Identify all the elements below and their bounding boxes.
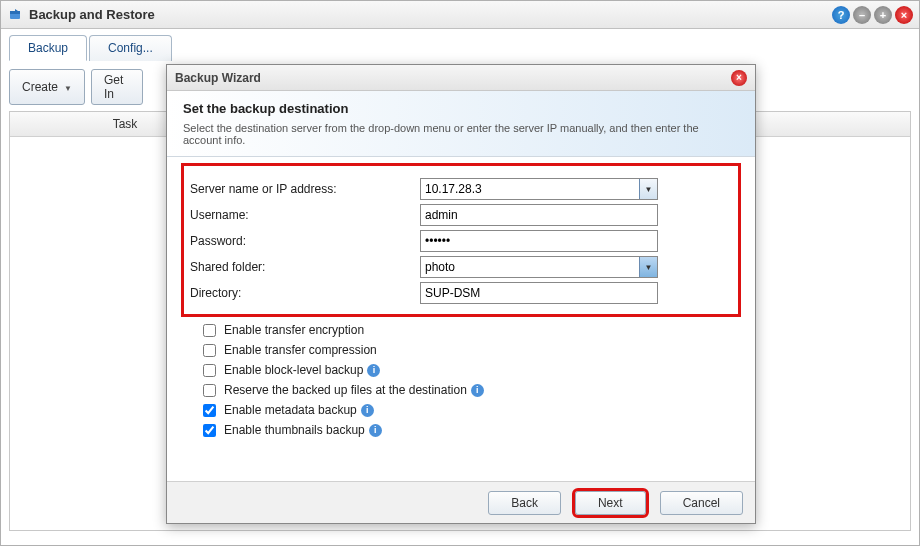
check-thumbnails: Enable thumbnails backup i — [203, 423, 741, 437]
check-block: Enable block-level backup i — [203, 363, 741, 377]
shared-folder-label: Shared folder: — [190, 260, 420, 274]
chevron-down-icon[interactable]: ▼ — [639, 257, 657, 277]
minimize-icon[interactable]: – — [853, 6, 871, 24]
dialog-title: Backup Wizard — [175, 71, 731, 85]
wizard-heading: Set the backup destination — [183, 101, 739, 116]
shared-folder-combo[interactable]: ▼ — [420, 256, 658, 278]
block-checkbox[interactable] — [203, 364, 216, 377]
get-info-button[interactable]: Get In — [91, 69, 143, 105]
thumbnails-label: Enable thumbnails backup — [224, 423, 365, 437]
wizard-description: Select the destination server from the d… — [183, 122, 739, 146]
app-icon — [7, 7, 23, 23]
create-button[interactable]: Create — [9, 69, 85, 105]
close-icon[interactable]: × — [895, 6, 913, 24]
compression-label: Enable transfer compression — [224, 343, 377, 357]
row-shared-folder: Shared folder: ▼ — [190, 256, 732, 278]
row-password: Password: — [190, 230, 732, 252]
row-directory: Directory: — [190, 282, 732, 304]
cancel-button[interactable]: Cancel — [660, 491, 743, 515]
next-button[interactable]: Next — [575, 491, 646, 515]
info-icon[interactable]: i — [369, 424, 382, 437]
shared-folder-input[interactable] — [420, 256, 658, 278]
wizard-header: Set the backup destination Select the de… — [167, 91, 755, 157]
content-area: Backup Config... Create Get In Task Back… — [1, 29, 919, 531]
backup-wizard-dialog: Backup Wizard × Set the backup destinati… — [166, 64, 756, 524]
username-input[interactable] — [420, 204, 658, 226]
row-username: Username: — [190, 204, 732, 226]
block-label: Enable block-level backup — [224, 363, 363, 377]
tab-config-label: Config — [108, 41, 143, 55]
check-compression: Enable transfer compression — [203, 343, 741, 357]
check-encryption: Enable transfer encryption — [203, 323, 741, 337]
row-server: Server name or IP address: ▼ — [190, 178, 732, 200]
info-icon[interactable]: i — [367, 364, 380, 377]
tab-config[interactable]: Config... — [89, 35, 172, 61]
chevron-down-icon[interactable]: ▼ — [639, 179, 657, 199]
directory-label: Directory: — [190, 286, 420, 300]
maximize-icon[interactable]: + — [874, 6, 892, 24]
metadata-label: Enable metadata backup — [224, 403, 357, 417]
compression-checkbox[interactable] — [203, 344, 216, 357]
username-label: Username: — [190, 208, 420, 222]
window-title: Backup and Restore — [29, 7, 832, 22]
tab-backup[interactable]: Backup — [9, 35, 87, 61]
check-reserve: Reserve the backed up files at the desti… — [203, 383, 741, 397]
wizard-body: Server name or IP address: ▼ Username: — [167, 157, 755, 481]
thumbnails-checkbox[interactable] — [203, 424, 216, 437]
server-label: Server name or IP address: — [190, 182, 420, 196]
help-icon[interactable]: ? — [832, 6, 850, 24]
info-icon[interactable]: i — [471, 384, 484, 397]
dialog-close-icon[interactable]: × — [731, 70, 747, 86]
reserve-label: Reserve the backed up files at the desti… — [224, 383, 467, 397]
dialog-footer: Back Next Cancel — [167, 481, 755, 523]
reserve-checkbox[interactable] — [203, 384, 216, 397]
directory-input[interactable] — [420, 282, 658, 304]
highlighted-fields: Server name or IP address: ▼ Username: — [181, 163, 741, 317]
password-label: Password: — [190, 234, 420, 248]
window-controls: ? – + × — [832, 6, 913, 24]
main-window: Backup and Restore ? – + × Backup Config… — [0, 0, 920, 546]
back-button[interactable]: Back — [488, 491, 561, 515]
titlebar: Backup and Restore ? – + × — [1, 1, 919, 29]
encryption-checkbox[interactable] — [203, 324, 216, 337]
server-input[interactable] — [420, 178, 658, 200]
dialog-titlebar: Backup Wizard × — [167, 65, 755, 91]
info-icon[interactable]: i — [361, 404, 374, 417]
server-combo[interactable]: ▼ — [420, 178, 658, 200]
check-metadata: Enable metadata backup i — [203, 403, 741, 417]
password-input[interactable] — [420, 230, 658, 252]
tabs: Backup Config... — [9, 35, 911, 61]
encryption-label: Enable transfer encryption — [224, 323, 364, 337]
metadata-checkbox[interactable] — [203, 404, 216, 417]
